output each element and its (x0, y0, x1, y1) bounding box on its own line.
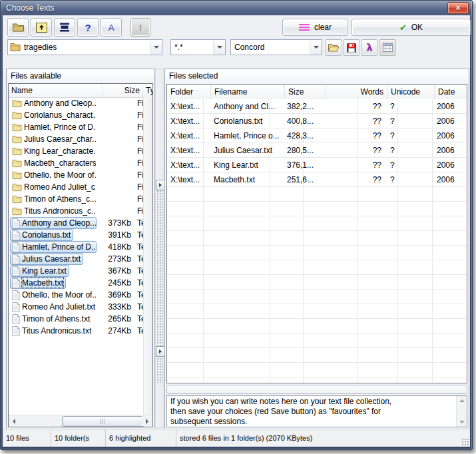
notes-text[interactable]: If you wish you can write notes here on … (167, 396, 456, 427)
folder-icon (12, 123, 22, 132)
file-name: Hamlet, Prince of D... (24, 122, 97, 132)
font-button[interactable]: A (101, 18, 122, 37)
files-available-panel: Files available Name Size Ty (6, 69, 155, 429)
file-name: Macbeth_characters (24, 158, 97, 168)
cell-size: 280,5... (284, 146, 324, 155)
file-name-cell: Macbeth.txt (10, 277, 66, 289)
file-row[interactable]: Othello, the Moor of... 369Kb Te (9, 289, 152, 301)
file-row[interactable]: Timon of Athens_c... Fi (9, 193, 152, 205)
horizontal-scrollbar[interactable] (9, 415, 152, 427)
cell-size: 400,8... (284, 116, 324, 126)
scrollbar-thumb[interactable] (62, 416, 144, 427)
file-name: Coriolanus.txt (22, 230, 71, 240)
file-name: Romeo And Juliet_c... (24, 182, 97, 192)
splitter-collapse-button-top[interactable] (156, 180, 165, 190)
close-icon: × (455, 4, 460, 12)
file-name-cell: Titus Andronicus_c... (10, 205, 97, 217)
file-name-cell: Julius Caesar.txt (10, 253, 83, 265)
file-row[interactable]: Anthony and Cleop... Fi (9, 97, 152, 109)
file-name: Anthony and Cleop... (24, 99, 97, 108)
splitter-collapse-button-bottom[interactable] (156, 346, 165, 357)
file-row[interactable]: Romeo And Juliet.txt 333Kb Te (9, 301, 152, 313)
files-available-listbox: Name Size Ty (8, 83, 153, 427)
titlebar[interactable]: Choose Texts × (1, 1, 472, 15)
document-icon (12, 326, 20, 336)
pattern-combo[interactable]: *.* (170, 39, 226, 55)
file-row[interactable]: Timon of Athens.txt 265Kb Te (9, 313, 152, 325)
file-row[interactable]: Macbeth.txt 245Kb Te (9, 277, 152, 289)
cell-date: 2006 (433, 146, 467, 155)
file-row[interactable]: King Lear.txt 367Kb Te (9, 265, 152, 277)
file-name: Macbeth.txt (22, 278, 63, 288)
scroll-up-button[interactable] (457, 396, 467, 405)
document-icon (12, 254, 20, 264)
table-row[interactable]: X:\text... Anthony and Cl... 382,2... ??… (167, 99, 467, 114)
scroll-down-button[interactable] (457, 417, 467, 427)
tool-combo-dropdown[interactable] (310, 40, 322, 55)
column-header-name[interactable]: Name (9, 84, 103, 97)
file-row[interactable]: Macbeth_characters Fi (9, 157, 152, 169)
column-header-unicode[interactable]: Unicode (387, 85, 435, 99)
column-header-filename[interactable]: Filename (211, 85, 285, 99)
cell-unicode: ? (387, 146, 433, 155)
column-header-date[interactable]: Date (435, 85, 467, 99)
file-row[interactable]: Hamlet, Prince of D... 418Kb Te (9, 241, 152, 253)
file-name: Julius Caesar_char... (24, 134, 97, 144)
help-button[interactable]: ? (77, 18, 99, 37)
open-folder-button[interactable] (7, 18, 29, 37)
notes-scrollbar[interactable] (456, 396, 467, 427)
file-row[interactable]: Coriolanus_charact... Fi (9, 109, 152, 121)
view-button[interactable] (54, 18, 75, 37)
clear-button[interactable]: clear (282, 19, 348, 36)
file-row[interactable]: Titus Andronicus_c... Fi (9, 205, 152, 217)
document-icon (12, 242, 20, 252)
table-row[interactable]: X:\text... Coriolanus.txt 400,8... ?? ? … (167, 114, 467, 128)
file-row[interactable]: Titus Andronicus.txt 274Kb Te (9, 325, 152, 337)
file-name-cell: Macbeth_characters (10, 157, 97, 169)
pattern-combo-value: *.* (171, 43, 213, 52)
folder-combo-dropdown[interactable] (150, 40, 162, 55)
table-row[interactable]: X:\text... King Lear.txt 376,1... ?? ? 2… (167, 158, 467, 172)
favourites-button[interactable]: λ (361, 39, 378, 56)
panel-splitter[interactable] (155, 69, 164, 428)
open-favourites-button[interactable] (325, 39, 342, 56)
files-selected-panel: Files selected Folder Filename Size Word… (164, 69, 469, 429)
vertical-scrollbar[interactable] (143, 97, 152, 415)
column-header-folder[interactable]: Folder (167, 85, 211, 99)
quick-input[interactable] (166, 385, 467, 394)
scroll-right-button[interactable] (142, 416, 152, 426)
table-row[interactable]: X:\text... Macbeth.txt 251,6... ?? ? 200… (167, 172, 467, 187)
cell-words: ?? (324, 146, 387, 155)
arrow-right-icon (146, 419, 148, 424)
column-header-size[interactable]: Size (285, 85, 326, 99)
file-row[interactable]: Romeo And Juliet_c... Fi (9, 181, 152, 193)
ok-button[interactable]: ✔ OK (352, 19, 471, 36)
file-name: Hamlet, Prince of D... (22, 242, 97, 252)
tool-combo[interactable]: Concord (230, 39, 322, 55)
resize-grip[interactable] (461, 438, 469, 446)
folder-combo[interactable]: tragedies (7, 39, 162, 55)
folder-open-icon (328, 43, 340, 53)
file-row[interactable]: Hamlet, Prince of D... Fi (9, 121, 152, 133)
column-header-type[interactable]: Ty (143, 84, 153, 97)
column-header-words[interactable]: Words (326, 85, 387, 99)
save-favourites-button[interactable] (343, 39, 360, 56)
table-row[interactable]: X:\text... Hamlet, Prince o... 428,3... … (167, 128, 467, 143)
notes-box[interactable]: If you wish you can write notes here on … (166, 395, 467, 427)
column-header-size[interactable]: Size (103, 84, 143, 97)
table-row[interactable]: X:\text... Julius Caesar.txt 280,5... ??… (167, 143, 467, 158)
status-files-count: 10 files (3, 429, 51, 447)
clear-lines-icon (299, 24, 310, 31)
file-row[interactable]: Coriolanus.txt 391Kb Te (9, 229, 152, 241)
parent-folder-button[interactable] (31, 18, 52, 37)
file-row[interactable]: Anthony and Cleop... 373Kb Te (9, 217, 152, 229)
close-button[interactable]: × (447, 2, 469, 14)
file-row[interactable]: Julius Caesar.txt 273Kb Te (9, 253, 152, 265)
file-row[interactable]: King Lear_characte... Fi (9, 145, 152, 157)
document-icon (12, 290, 20, 300)
file-row[interactable]: Othello, the Moor of... Fi (9, 169, 152, 181)
folder-icon (12, 171, 22, 180)
pattern-combo-dropdown[interactable] (213, 40, 225, 55)
scroll-left-button[interactable] (9, 416, 19, 426)
file-row[interactable]: Julius Caesar_char... Fi (9, 133, 152, 145)
